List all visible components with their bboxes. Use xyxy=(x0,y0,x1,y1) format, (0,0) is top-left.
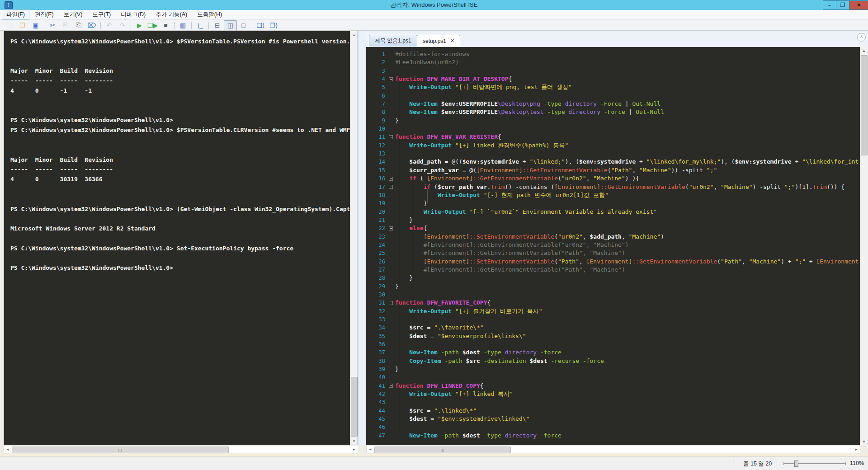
console-line: PS C:\Windows\system32\WindowsPowerShell… xyxy=(10,263,350,273)
status-separator xyxy=(735,460,735,467)
code-text: New-Item -path $dest -type directory -fo… xyxy=(395,348,860,357)
code-text: function DFW_MAKE_DIR_AT_DESKTOP{ xyxy=(395,75,860,83)
redo-icon[interactable]: ↷ xyxy=(116,20,129,30)
line-number: 20 xyxy=(366,208,387,216)
fold-gutter xyxy=(387,67,395,75)
line-column-indicator: 줄 15 열 20 xyxy=(743,460,772,468)
code-line: 22 else{ xyxy=(366,224,860,232)
copy-icon[interactable]: ⎘ xyxy=(59,20,72,30)
fold-toggle-icon[interactable] xyxy=(389,135,393,139)
clear-console-icon[interactable]: ⌦ xyxy=(85,20,99,30)
console-hscroll-thumb[interactable]: ||| xyxy=(12,446,229,453)
paste-icon[interactable]: ⎗ xyxy=(72,20,85,30)
run-script-icon[interactable]: ▶ xyxy=(133,20,146,30)
new-remote-powershell-tab-icon[interactable]: ▥ xyxy=(176,20,189,30)
code-line: 43 xyxy=(366,398,860,406)
menu-item-view[interactable]: 보기(V) xyxy=(59,9,87,20)
code-line: 13 xyxy=(366,150,860,158)
code-text: #LeeJunHwan(ur0n2) xyxy=(395,58,860,66)
fold-toggle-icon[interactable] xyxy=(389,77,393,81)
code-text: } xyxy=(395,274,860,282)
run-selection-icon[interactable]: ❏▶ xyxy=(146,20,159,30)
menu-item-debug[interactable]: 디버그(D) xyxy=(116,9,150,20)
console-vertical-scrollbar[interactable]: ▴ ▾ xyxy=(350,31,358,445)
scroll-up-icon[interactable]: ▴ xyxy=(350,31,358,38)
code-editor[interactable]: 1#dotfiles-for-windows2#LeeJunHwan(ur0n2… xyxy=(366,47,860,445)
scroll-right-icon[interactable]: ▸ xyxy=(853,446,860,453)
zoom-slider-thumb[interactable] xyxy=(794,461,798,467)
fold-gutter xyxy=(387,299,395,307)
cut-icon[interactable]: ✂ xyxy=(46,20,59,30)
code-text: } xyxy=(395,216,860,224)
tab-close-icon[interactable]: ✕ xyxy=(450,38,454,43)
code-text: $src = ".\favorite\*" xyxy=(395,324,860,332)
console-output[interactable]: PS C:\Windows\system32\WindowsPowerShell… xyxy=(4,31,350,445)
line-number: 13 xyxy=(366,150,387,158)
undo-icon[interactable]: ↶ xyxy=(103,20,116,30)
new-script-icon[interactable]: ❏ xyxy=(3,20,16,30)
fold-toggle-icon[interactable] xyxy=(389,177,393,181)
menu-item-file[interactable]: 파일(F) xyxy=(2,9,29,20)
close-button[interactable]: × xyxy=(849,0,868,10)
tab-setup-ps1[interactable]: setup.ps1 ✕ xyxy=(417,35,460,47)
show-console-pane-icon[interactable]: ❐⟩ xyxy=(267,20,280,30)
fold-gutter xyxy=(387,50,395,58)
show-script-pane-maximized-icon[interactable]: □ xyxy=(237,20,250,30)
editor-vertical-scrollbar[interactable]: ▴ ▾ xyxy=(860,47,868,445)
code-text: $add_path = @(($env:systemdrive + "\link… xyxy=(395,158,860,166)
console-vscroll-thumb[interactable] xyxy=(351,377,358,437)
console-horizontal-scrollbar[interactable]: ◂ ||| ▸ xyxy=(4,446,358,453)
toolbar-separator xyxy=(100,22,101,29)
console-line xyxy=(10,106,350,116)
minimize-button[interactable]: – xyxy=(823,0,836,10)
line-number: 45 xyxy=(366,415,387,423)
menu-item-edit[interactable]: 편집(E) xyxy=(30,9,58,20)
fold-toggle-icon[interactable] xyxy=(389,226,393,230)
tab-untitled1[interactable]: 제목 없음1.ps1 xyxy=(369,35,417,47)
code-text: New-Item -path $dest -type directory -fo… xyxy=(395,432,860,440)
console-line: PS C:\Windows\system32\WindowsPowerShell… xyxy=(10,37,350,47)
fold-gutter xyxy=(387,390,395,398)
code-text: $dest = "$env:systemdrive\linked\" xyxy=(395,415,860,423)
pane-splitter[interactable] xyxy=(358,31,366,445)
fold-gutter xyxy=(387,432,395,440)
console-line: ----- ----- ----- -------- xyxy=(10,164,350,174)
code-line: 47 New-Item -path $dest -type directory … xyxy=(366,432,860,440)
restore-button[interactable]: ❐ xyxy=(836,0,849,10)
console-line xyxy=(10,56,350,66)
show-script-pane-top-icon[interactable]: ⊟ xyxy=(211,20,224,30)
fold-toggle-icon[interactable] xyxy=(389,301,393,305)
scroll-down-icon[interactable]: ▾ xyxy=(350,437,358,445)
new-powershell-tab-icon[interactable]: ❏⟩ xyxy=(254,20,267,30)
code-line: 32 Write-Output "[+] 즐겨찾기 바로가기 복사" xyxy=(366,307,860,315)
code-text xyxy=(395,150,860,158)
code-text: } xyxy=(395,365,860,373)
fold-toggle-icon[interactable] xyxy=(389,185,393,189)
scroll-up-icon[interactable]: ▴ xyxy=(860,47,868,54)
scroll-right-icon[interactable]: ▸ xyxy=(350,446,358,453)
menu-item-addons[interactable]: 추가 기능(A) xyxy=(151,9,192,20)
stop-icon[interactable]: ■ xyxy=(159,20,172,30)
menu-item-tools[interactable]: 도구(T) xyxy=(88,9,115,20)
fold-toggle-icon[interactable] xyxy=(389,384,393,388)
line-number: 21 xyxy=(366,216,387,224)
editor-horizontal-scrollbar[interactable]: ◂ ||| ▸ xyxy=(366,446,860,453)
editor-hscroll-thumb[interactable]: ||| xyxy=(374,446,511,453)
save-icon[interactable]: ▣ xyxy=(29,20,42,30)
console-pane[interactable]: PS C:\Windows\system32\WindowsPowerShell… xyxy=(4,31,358,445)
code-line: 6 xyxy=(366,92,860,100)
start-powershell-icon[interactable]: ⟩_ xyxy=(193,20,207,30)
scroll-left-icon[interactable]: ◂ xyxy=(367,446,374,453)
scroll-down-icon[interactable]: ▾ xyxy=(860,438,868,445)
code-text xyxy=(395,340,860,348)
editor-vscroll-thumb[interactable] xyxy=(861,55,868,155)
fold-gutter xyxy=(387,258,395,266)
collapse-script-pane-button[interactable]: ∧ xyxy=(857,33,866,42)
zoom-slider[interactable] xyxy=(783,463,846,464)
line-number: 19 xyxy=(366,199,387,207)
open-script-icon[interactable]: ❐ xyxy=(16,20,29,30)
menu-item-help[interactable]: 도움말(H) xyxy=(193,9,226,20)
show-script-pane-right-icon[interactable]: ◫ xyxy=(224,20,237,30)
code-line: 8 New-Item $env:USERPROFILE\Desktop\test… xyxy=(366,108,860,116)
scroll-left-icon[interactable]: ◂ xyxy=(4,446,11,453)
